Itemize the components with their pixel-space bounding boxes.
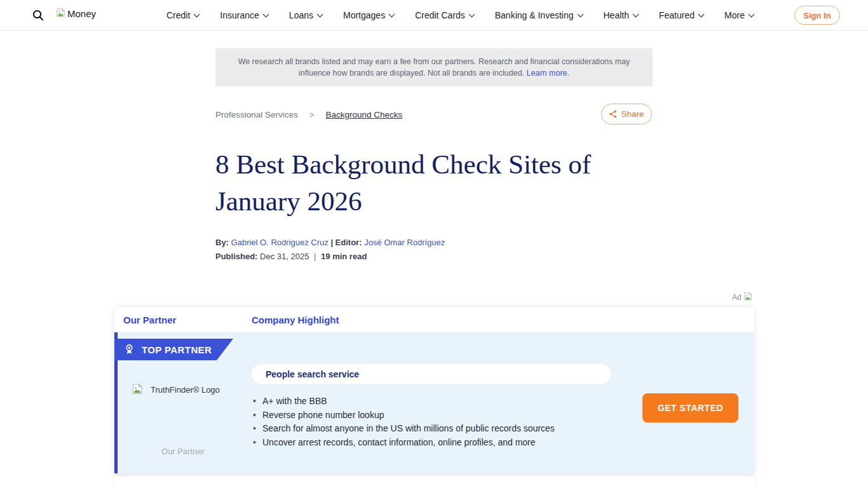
- feature-bullet: A+ with the BBB: [252, 395, 633, 409]
- ad-label: Ad: [732, 292, 752, 303]
- byline: By: Gabriel O. Rodriguez Cruz | Editor: …: [215, 238, 445, 247]
- sign-in-button[interactable]: Sign In: [794, 6, 840, 25]
- nav-item-mortgages[interactable]: Mortgages: [343, 10, 394, 20]
- our-partner-caption: Our Partner: [114, 447, 252, 456]
- partner-cell: TruthFinder® Logo Our Partner: [114, 332, 252, 473]
- column-header-our-partner: Our Partner: [114, 315, 252, 325]
- feature-bullet: Reverse phone number lookup: [252, 409, 633, 423]
- chevron-down-icon: [748, 11, 754, 17]
- broken-image-icon: [743, 292, 752, 303]
- advertiser-disclaimer: We research all brands listed and may ea…: [215, 48, 653, 86]
- chevron-down-icon: [194, 11, 200, 17]
- nav-item-credit-cards[interactable]: Credit Cards: [415, 10, 474, 20]
- share-icon: [609, 110, 617, 118]
- breadcrumb-background-checks[interactable]: Background Checks: [325, 110, 402, 119]
- money-logo[interactable]: Money: [56, 8, 96, 20]
- nav-item-featured[interactable]: Featured: [659, 10, 703, 20]
- editor-link[interactable]: José Omar Rodríguez: [364, 238, 445, 247]
- feature-bullet: Search for almost anyone in the US with …: [252, 422, 633, 436]
- published-date: Dec 31, 2025: [260, 252, 309, 261]
- column-header-company-highlight: Company Highlight: [252, 315, 339, 325]
- chevron-down-icon: [698, 11, 705, 17]
- breadcrumb: Professional Services > Background Check…: [215, 110, 402, 119]
- top-navigation-bar: Money Credit Insurance Loans Mortgages C…: [0, 0, 868, 30]
- broken-image-icon: [56, 8, 65, 20]
- page-title: 8 Best Background Check Sites of January…: [215, 146, 660, 220]
- logo-alt-text: TruthFinder® Logo: [151, 385, 220, 395]
- by-label: By:: [215, 238, 229, 247]
- chevron-down-icon: [262, 11, 269, 17]
- page: Money Credit Insurance Loans Mortgages C…: [0, 0, 868, 488]
- nav-item-loans[interactable]: Loans: [289, 10, 322, 20]
- published-line: Published: Dec 31, 2025 | 19 min read: [215, 252, 367, 261]
- published-label: Published:: [215, 252, 257, 261]
- share-button[interactable]: Share: [601, 104, 652, 125]
- search-icon[interactable]: [32, 9, 44, 22]
- learn-more-link[interactable]: Learn more.: [527, 69, 569, 78]
- highlight-pill: People search service: [252, 364, 611, 384]
- chevron-down-icon: [389, 11, 395, 17]
- feature-bullet: Uncover arrest records, contact informat…: [252, 436, 633, 450]
- truthfinder-logo[interactable]: TruthFinder® Logo: [132, 383, 220, 396]
- nav-item-more[interactable]: More: [724, 10, 754, 20]
- editor-label: | Editor:: [330, 238, 362, 247]
- breadcrumb-professional-services[interactable]: Professional Services: [215, 110, 298, 119]
- nav-item-insurance[interactable]: Insurance: [220, 10, 268, 20]
- get-started-button[interactable]: GET STARTED: [642, 393, 738, 423]
- broken-image-icon: [132, 383, 143, 396]
- chevron-down-icon: [468, 11, 475, 17]
- disclaimer-text: We research all brands listed and may ea…: [228, 56, 640, 79]
- chevron-down-icon: [317, 11, 323, 17]
- read-time: 19 min read: [321, 252, 367, 261]
- chevron-down-icon: [633, 11, 639, 17]
- top-partner-row: TOP PARTNER TruthFinder® Logo Our Partne…: [114, 332, 754, 473]
- partner-comparison-table: Our Partner Company Highlight TOP PARTNE…: [114, 307, 754, 473]
- nav-item-banking-investing[interactable]: Banking & Investing: [495, 10, 583, 20]
- main-nav: Credit Insurance Loans Mortgages Credit …: [166, 0, 754, 30]
- chevron-down-icon: [577, 11, 583, 17]
- nav-item-credit[interactable]: Credit: [166, 10, 199, 20]
- ad-text: Ad: [732, 293, 742, 302]
- table-header-row: Our Partner Company Highlight: [114, 307, 754, 332]
- breadcrumb-row: Professional Services > Background Check…: [215, 104, 653, 126]
- highlight-pill-label: People search service: [266, 369, 359, 379]
- author-link[interactable]: Gabriel O. Rodriguez Cruz: [231, 238, 329, 247]
- separator: |: [311, 252, 318, 261]
- nav-item-health[interactable]: Health: [604, 10, 638, 20]
- next-partner-row: [114, 476, 754, 488]
- logo-alt-text: Money: [67, 8, 96, 19]
- breadcrumb-separator-icon: >: [309, 110, 315, 119]
- feature-bullet-list: A+ with the BBB Reverse phone number loo…: [252, 395, 633, 449]
